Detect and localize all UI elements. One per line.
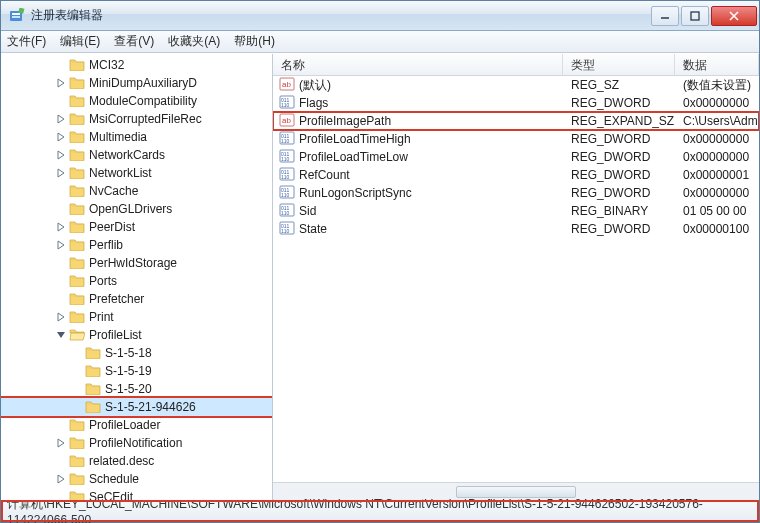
menu-view[interactable]: 查看(V): [114, 33, 154, 50]
twisty-closed-icon[interactable]: [55, 167, 67, 179]
tree-item-label: Schedule: [89, 472, 139, 486]
maximize-button[interactable]: [681, 6, 709, 26]
twisty-closed-icon[interactable]: [55, 149, 67, 161]
tree-item-label: ProfileList: [89, 328, 142, 342]
tree-item[interactable]: ProfileList: [1, 326, 272, 344]
twisty-none: [71, 383, 83, 395]
folder-icon: [69, 147, 89, 164]
tree-item[interactable]: Multimedia: [1, 128, 272, 146]
folder-icon: [69, 489, 89, 501]
tree-item[interactable]: MiniDumpAuxiliaryD: [1, 74, 272, 92]
tree-item[interactable]: related.desc: [1, 452, 272, 470]
twisty-closed-icon[interactable]: [55, 77, 67, 89]
client-area: MCI32MiniDumpAuxiliaryDModuleCompatibili…: [1, 53, 759, 500]
col-header-type[interactable]: 类型: [563, 54, 675, 75]
twisty-none: [55, 491, 67, 500]
menu-file[interactable]: 文件(F): [7, 33, 46, 50]
tree-pane[interactable]: MCI32MiniDumpAuxiliaryDModuleCompatibili…: [1, 54, 273, 500]
twisty-none: [71, 347, 83, 359]
list-row[interactable]: (默认)REG_SZ(数值未设置): [273, 76, 759, 94]
folder-icon: [69, 453, 89, 470]
tree-item-label: Prefetcher: [89, 292, 144, 306]
tree-item[interactable]: Prefetcher: [1, 290, 272, 308]
tree-item[interactable]: NetworkCards: [1, 146, 272, 164]
list-row[interactable]: ProfileLoadTimeHighREG_DWORD0x00000000: [273, 130, 759, 148]
tree-item[interactable]: PerHwIdStorage: [1, 254, 272, 272]
folder-icon: [69, 57, 89, 74]
folder-icon: [69, 417, 89, 434]
tree-item[interactable]: OpenGLDrivers: [1, 200, 272, 218]
tree-item[interactable]: Perflib: [1, 236, 272, 254]
tree-item[interactable]: ModuleCompatibility: [1, 92, 272, 110]
tree-item-label: MCI32: [89, 58, 124, 72]
tree-item[interactable]: S-1-5-18: [1, 344, 272, 362]
binary-value-icon: [279, 149, 295, 166]
twisty-closed-icon[interactable]: [55, 473, 67, 485]
tree-item[interactable]: S-1-5-21-944626: [1, 398, 272, 416]
close-button[interactable]: [711, 6, 757, 26]
menu-favorites[interactable]: 收藏夹(A): [168, 33, 220, 50]
tree-item[interactable]: Schedule: [1, 470, 272, 488]
menu-edit[interactable]: 编辑(E): [60, 33, 100, 50]
twisty-closed-icon[interactable]: [55, 311, 67, 323]
twisty-closed-icon[interactable]: [55, 239, 67, 251]
tree-item-label: S-1-5-21-944626: [105, 400, 196, 414]
value-data: (数值未设置): [675, 77, 759, 94]
tree-item[interactable]: MCI32: [1, 56, 272, 74]
tree-item-label: ProfileLoader: [89, 418, 160, 432]
list-row[interactable]: ProfileLoadTimeLowREG_DWORD0x00000000: [273, 148, 759, 166]
list-row[interactable]: ProfileImagePathREG_EXPAND_SZC:\Users\Ad…: [273, 112, 759, 130]
minimize-button[interactable]: [651, 6, 679, 26]
twisty-closed-icon[interactable]: [55, 113, 67, 125]
tree-item[interactable]: Print: [1, 308, 272, 326]
tree-item[interactable]: S-1-5-19: [1, 362, 272, 380]
list-row[interactable]: RefCountREG_DWORD0x00000001: [273, 166, 759, 184]
list-row[interactable]: FlagsREG_DWORD0x00000000: [273, 94, 759, 112]
value-name: Sid: [299, 204, 316, 218]
twisty-none: [55, 275, 67, 287]
tree-item[interactable]: Ports: [1, 272, 272, 290]
folder-icon: [69, 201, 89, 218]
value-name: State: [299, 222, 327, 236]
list-row[interactable]: RunLogonScriptSyncREG_DWORD0x00000000: [273, 184, 759, 202]
tree-item[interactable]: PeerDist: [1, 218, 272, 236]
tree-item-label: PerHwIdStorage: [89, 256, 177, 270]
binary-value-icon: [279, 167, 295, 184]
tree-item[interactable]: NvCache: [1, 182, 272, 200]
tree-item[interactable]: ProfileLoader: [1, 416, 272, 434]
twisty-open-icon[interactable]: [55, 329, 67, 341]
string-value-icon: [279, 113, 295, 130]
col-header-data[interactable]: 数据: [675, 54, 759, 75]
folder-icon: [85, 399, 105, 416]
twisty-closed-icon[interactable]: [55, 131, 67, 143]
tree-item[interactable]: MsiCorruptedFileRec: [1, 110, 272, 128]
folder-icon: [69, 471, 89, 488]
folder-icon: [69, 75, 89, 92]
list-header[interactable]: 名称 类型 数据: [273, 54, 759, 76]
folder-icon: [85, 381, 105, 398]
col-header-name[interactable]: 名称: [273, 54, 563, 75]
list-row[interactable]: SidREG_BINARY01 05 00 00: [273, 202, 759, 220]
twisty-none: [71, 401, 83, 413]
tree-item[interactable]: S-1-5-20: [1, 380, 272, 398]
list-pane[interactable]: 名称 类型 数据 (默认)REG_SZ(数值未设置)FlagsREG_DWORD…: [273, 54, 759, 500]
twisty-none: [55, 203, 67, 215]
menu-help[interactable]: 帮助(H): [234, 33, 275, 50]
tree-item[interactable]: NetworkList: [1, 164, 272, 182]
value-type: REG_DWORD: [563, 222, 675, 236]
twisty-closed-icon[interactable]: [55, 221, 67, 233]
tree-item[interactable]: ProfileNotification: [1, 434, 272, 452]
value-type: REG_EXPAND_SZ: [563, 114, 675, 128]
value-type: REG_DWORD: [563, 168, 675, 182]
value-name: Flags: [299, 96, 328, 110]
tree-item-label: MiniDumpAuxiliaryD: [89, 76, 197, 90]
list-row[interactable]: StateREG_DWORD0x00000100: [273, 220, 759, 238]
tree-item-label: Print: [89, 310, 114, 324]
value-data: 01 05 00 00: [675, 204, 759, 218]
tree-item[interactable]: SeCEdit: [1, 488, 272, 500]
twisty-closed-icon[interactable]: [55, 437, 67, 449]
twisty-none: [55, 293, 67, 305]
value-name: (默认): [299, 77, 331, 94]
titlebar[interactable]: 注册表编辑器: [1, 1, 759, 31]
binary-value-icon: [279, 221, 295, 238]
